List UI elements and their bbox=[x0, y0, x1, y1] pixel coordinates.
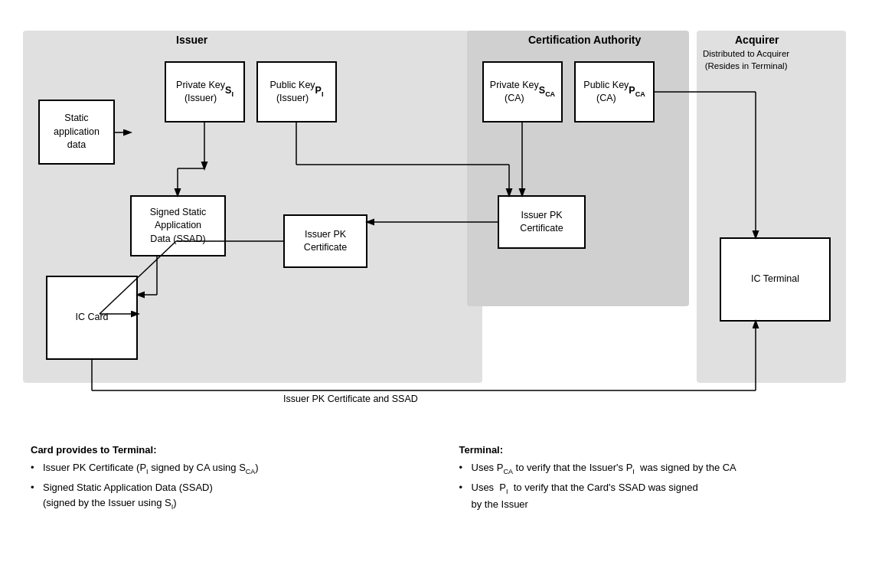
ca-label: Certification Authority bbox=[528, 34, 641, 46]
terminal-title: Terminal: bbox=[459, 444, 842, 456]
diagram-area: Issuer Certification Authority Acquirer … bbox=[23, 15, 850, 429]
ic-terminal-box: IC Terminal bbox=[720, 237, 831, 322]
acquirer-background bbox=[697, 31, 846, 383]
signed-ssad-box: Signed StaticApplicationData (SSAD) bbox=[130, 195, 226, 256]
issuer-label: Issuer bbox=[176, 34, 207, 46]
acquirer-sublabel: Distributed to Acquirer(Resides in Termi… bbox=[703, 47, 789, 72]
page: Issuer Certification Authority Acquirer … bbox=[0, 0, 872, 588]
public-key-issuer-box: Public Key(Issuer)PI bbox=[256, 61, 337, 122]
terminal-item-1: Uses PCA to verify that the Issuer's PI … bbox=[459, 460, 842, 477]
card-description: Card provides to Terminal: Issuer PK Cer… bbox=[31, 444, 413, 515]
arrow-label: Issuer PK Certificate and SSAD bbox=[283, 394, 418, 404]
issuer-pk-cert-left-box: Issuer PKCertificate bbox=[283, 214, 367, 268]
static-app-data-box: Staticapplicationdata bbox=[38, 100, 115, 165]
private-key-ca-box: Private Key(CA)SCA bbox=[482, 61, 563, 122]
terminal-item-2: Uses PI to verify that the Card's SSAD w… bbox=[459, 480, 842, 512]
terminal-description: Terminal: Uses PCA to verify that the Is… bbox=[459, 444, 842, 515]
card-item-1: Issuer PK Certificate (PI signed by CA u… bbox=[31, 460, 413, 477]
card-title: Card provides to Terminal: bbox=[31, 444, 413, 456]
ic-card-box: IC Card bbox=[46, 276, 138, 360]
private-key-issuer-box: Private Key(Issuer)SI bbox=[165, 61, 245, 122]
public-key-ca-box: Public Key(CA)PCA bbox=[574, 61, 655, 122]
issuer-pk-cert-right-box: Issuer PKCertificate bbox=[498, 195, 586, 249]
acquirer-label: Acquirer bbox=[735, 34, 779, 46]
card-item-2: Signed Static Application Data (SSAD) (s… bbox=[31, 480, 413, 512]
description-section: Card provides to Terminal: Issuer PK Cer… bbox=[23, 444, 849, 515]
